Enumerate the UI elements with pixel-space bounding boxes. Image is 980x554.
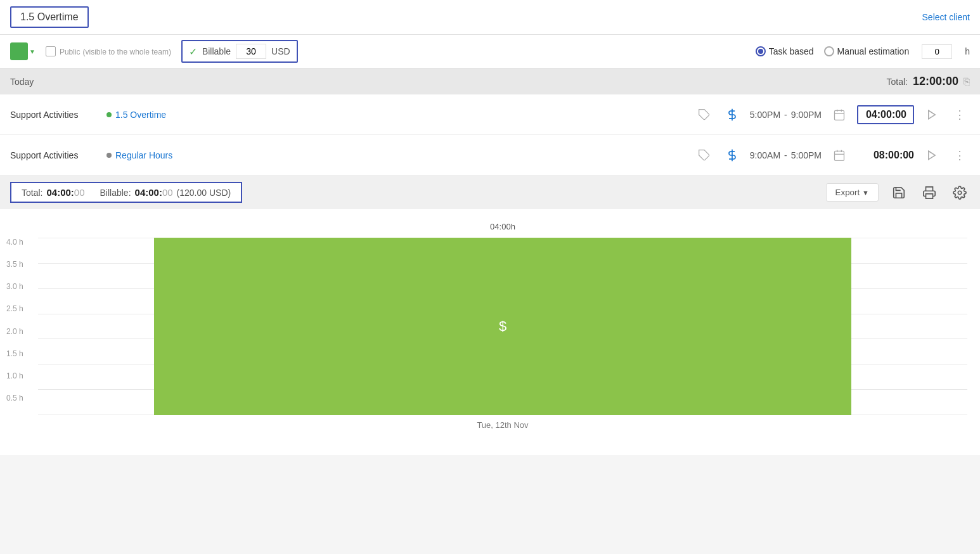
y-label: 0.5 h [6, 394, 23, 403]
summary-total-label: Total: [22, 188, 42, 198]
billable-icon[interactable] [722, 145, 742, 165]
billable-box: ✓ Billable USD [181, 40, 298, 63]
color-button[interactable] [10, 42, 28, 60]
summary-billable-label: Billable: [100, 188, 131, 198]
task-based-label: Task based [769, 46, 814, 56]
y-label: 1.0 h [6, 371, 23, 380]
export-label: Export [835, 188, 860, 197]
end-time: 9:00PM [791, 110, 822, 120]
tag-icon[interactable] [694, 105, 714, 125]
copy-icon[interactable]: ⎘ [964, 76, 970, 87]
more-options-icon[interactable]: ⋮ [950, 145, 970, 165]
y-label: 2.5 h [6, 304, 23, 313]
hours-input[interactable] [922, 44, 952, 59]
manual-estimation-label: Manual estimation [837, 46, 910, 56]
today-header: Today Total: 12:00:00 ⎘ [0, 68, 980, 94]
svg-rect-9 [835, 151, 844, 160]
entry-project: Support Activities [10, 150, 99, 160]
y-label: 1.5 h [6, 349, 23, 358]
chart-title: 04:00h [38, 222, 967, 231]
public-label: Public (visible to the whole team) [60, 46, 171, 56]
summary-actions: Export ▼ [826, 183, 970, 203]
h-label: h [965, 46, 970, 56]
y-label: 4.0 h [6, 238, 23, 247]
public-checkbox[interactable] [46, 46, 56, 56]
play-icon[interactable] [922, 105, 942, 125]
select-client-button[interactable]: Select client [922, 12, 970, 22]
task-dot [106, 112, 112, 117]
bar-dollar-icon: $ [499, 318, 506, 335]
summary-bar: Total: 04:00:00 Billable: 04:00:00 (120.… [0, 176, 980, 209]
duration-display: 08:00:00 [857, 150, 914, 161]
time-range: 9:00AM - 5:00PM [750, 150, 822, 160]
total-label: Total: [886, 77, 907, 87]
y-label: 3.0 h [6, 282, 23, 291]
chart-inner: $ [38, 238, 967, 415]
public-hint: (visible to the whole team) [82, 48, 171, 56]
today-label: Today [10, 77, 34, 87]
y-label: 3.5 h [6, 260, 23, 269]
tag-icon[interactable] [694, 145, 714, 165]
today-total: Total: 12:00:00 ⎘ [886, 75, 970, 88]
more-options-icon[interactable]: ⋮ [950, 105, 970, 125]
svg-point-15 [958, 191, 962, 195]
table-row: Support Activities 1.5 Overtime [0, 94, 980, 135]
entry-actions: 9:00AM - 5:00PM 08:00:00 [694, 145, 970, 165]
x-axis-label: Tue, 12th Nov [38, 420, 967, 430]
task-based-radio[interactable]: Task based [756, 46, 814, 56]
entry-title[interactable]: 1.5 Overtime [10, 6, 89, 28]
manual-estimation-radio-dot [824, 46, 834, 56]
end-time: 5:00PM [791, 150, 822, 160]
entry-task: Regular Hours [106, 150, 687, 160]
svg-rect-14 [926, 193, 933, 198]
task-name: 1.5 Overtime [115, 110, 166, 120]
summary-billable-amount: (120.00 USD) [177, 188, 231, 198]
billable-label[interactable]: Billable [202, 46, 231, 56]
summary-totals: Total: 04:00:00 Billable: 04:00:00 (120.… [10, 182, 242, 203]
summary-billable-value: 04:00:00 [135, 187, 173, 198]
color-dropdown-arrow[interactable]: ▼ [29, 48, 35, 55]
chart-container: 4.0 h 3.5 h 3.0 h 2.5 h 2.0 h 1.5 h 1.0 … [38, 238, 967, 415]
entry-project: Support Activities [10, 110, 99, 120]
toolbar-row: ▼ Public (visible to the whole team) ✓ B… [0, 35, 980, 68]
billable-checkmark[interactable]: ✓ [189, 46, 197, 58]
summary-total: Total: 04:00:00 [22, 187, 85, 198]
public-checkbox-group: Public (visible to the whole team) [46, 46, 171, 56]
manual-estimation-radio[interactable]: Manual estimation [824, 46, 910, 56]
svg-rect-2 [835, 110, 844, 120]
total-value: 12:00:00 [913, 75, 958, 88]
task-dot [106, 153, 112, 158]
start-time: 9:00AM [750, 150, 780, 160]
estimation-radio-group: Task based Manual estimation [756, 46, 909, 56]
export-dropdown-arrow: ▼ [862, 189, 869, 196]
summary-billable: Billable: 04:00:00 (120.00 USD) [100, 187, 231, 198]
time-separator: - [784, 110, 787, 120]
calendar-icon[interactable] [829, 105, 849, 125]
y-axis: 4.0 h 3.5 h 3.0 h 2.5 h 2.0 h 1.5 h 1.0 … [6, 238, 23, 403]
duration-display[interactable]: 04:00:00 [857, 105, 914, 124]
chart-area: 04:00h 4.0 h 3.5 h 3.0 h 2.5 h 2.0 h 1.5… [0, 209, 980, 455]
time-separator: - [784, 150, 787, 160]
calendar-icon[interactable] [829, 145, 849, 165]
billable-icon[interactable] [722, 105, 742, 125]
play-icon[interactable] [922, 145, 942, 165]
export-button[interactable]: Export ▼ [826, 183, 879, 202]
save-icon[interactable] [889, 183, 909, 203]
entry-task: 1.5 Overtime [106, 110, 687, 120]
start-time: 5:00PM [750, 110, 780, 120]
entries-area: Support Activities 1.5 Overtime [0, 94, 980, 176]
svg-marker-6 [929, 110, 936, 119]
billable-amount-input[interactable] [236, 44, 266, 59]
settings-icon[interactable] [950, 183, 970, 203]
summary-total-value: 04:00:00 [46, 187, 84, 198]
task-name: Regular Hours [115, 150, 172, 160]
entry-actions: 5:00PM - 9:00PM 04:00:00 [694, 105, 970, 125]
estimation-group: Task based Manual estimation h [756, 44, 970, 59]
print-icon[interactable] [919, 183, 939, 203]
bar-wrapper: $ [38, 238, 967, 415]
chart-bar[interactable]: $ [154, 238, 851, 415]
top-header: 1.5 Overtime Select client [0, 0, 980, 35]
table-row: Support Activities Regular Hours [0, 135, 980, 176]
task-based-radio-dot [756, 46, 766, 56]
time-range: 5:00PM - 9:00PM [750, 110, 822, 120]
